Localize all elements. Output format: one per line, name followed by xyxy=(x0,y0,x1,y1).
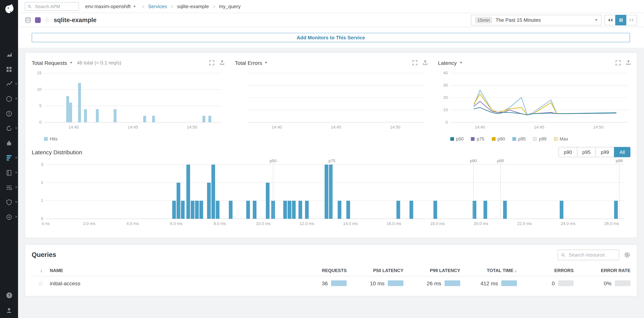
sidebar-item-account[interactable] xyxy=(4,306,14,314)
all-button[interactable]: All xyxy=(614,147,630,157)
total-requests-title[interactable]: Total Requests xyxy=(32,60,67,66)
p95-button[interactable]: p95 xyxy=(577,147,596,157)
playback-controls xyxy=(605,14,637,25)
svg-text:16.0 ms: 16.0 ms xyxy=(386,221,401,226)
latency-distribution-title: Latency Distribution xyxy=(32,149,82,156)
svg-text:p75: p75 xyxy=(328,159,335,163)
col-errors[interactable]: ERRORS xyxy=(517,268,574,273)
export-icon[interactable] xyxy=(626,60,631,66)
datadog-logo[interactable] xyxy=(3,3,15,15)
sidebar-item-metrics[interactable] xyxy=(4,80,14,88)
sort-icon[interactable]: ↓ xyxy=(33,268,50,273)
p99-latency-bar xyxy=(444,280,460,286)
breadcrumb-services-link[interactable]: Services xyxy=(148,3,167,9)
expand-icon[interactable] xyxy=(209,60,214,66)
sidebar-item-dashboards[interactable] xyxy=(4,65,14,73)
export-icon[interactable] xyxy=(219,60,225,66)
apm-search-box[interactable] xyxy=(24,2,79,11)
expand-icon[interactable] xyxy=(412,60,418,66)
svg-text:14.0 ms: 14.0 ms xyxy=(343,221,358,226)
notebooks-icon xyxy=(6,169,12,176)
chevron-down-icon[interactable] xyxy=(265,62,268,64)
col-total-time[interactable]: TOTAL TIME↓ xyxy=(460,268,517,273)
sidebar-item-apm[interactable] xyxy=(4,154,14,162)
sidebar-item-security[interactable] xyxy=(4,198,14,206)
col-requests[interactable]: REQUESTS xyxy=(290,268,347,273)
monitors-banner: Add Monitors to This Service xyxy=(18,27,644,48)
favorite-star-icon[interactable]: ☆ xyxy=(44,17,50,23)
sidebar-item-notebooks[interactable] xyxy=(4,169,14,176)
p90-button[interactable]: p90 xyxy=(558,147,577,157)
svg-text:14:45: 14:45 xyxy=(128,125,138,130)
export-icon[interactable] xyxy=(422,60,428,66)
total-requests-panel: Total Requests 46 total (< 0.1 req/s) xyxy=(32,57,225,141)
env-selector[interactable]: env:maxim-openshift xyxy=(85,3,136,9)
svg-text:15: 15 xyxy=(37,71,42,75)
gear-icon[interactable] xyxy=(624,252,630,258)
sidebar-item-rum[interactable] xyxy=(4,213,14,221)
legend-item-p99[interactable]: p99 xyxy=(533,136,546,141)
sidebar-item-integrations[interactable] xyxy=(4,139,14,147)
sidebar-item-infrastructure[interactable] xyxy=(4,95,14,103)
favorite-star-icon[interactable]: ☆ xyxy=(32,280,50,287)
sidebar-item-synthetics[interactable] xyxy=(4,124,14,132)
submenu-caret-icon xyxy=(16,201,18,203)
col-name[interactable]: NAME xyxy=(50,268,290,273)
total-errors-chart[interactable]: 14:4014:4514:50 xyxy=(235,68,428,134)
error-rate-bar xyxy=(615,280,630,286)
svg-text:30: 30 xyxy=(443,83,448,88)
rewind-button[interactable] xyxy=(604,14,616,25)
latency-distribution-chart[interactable]: 01230 ns2.0 ms4.0 ms6.0 ms8.0 ms10.0 ms1… xyxy=(32,157,631,230)
latency-title[interactable]: Latency xyxy=(438,60,457,66)
rum-target-icon xyxy=(6,214,12,220)
legend-swatch xyxy=(492,137,496,141)
sidebar-item-logs[interactable] xyxy=(4,183,14,191)
legend-item-p75[interactable]: p75 xyxy=(471,136,484,141)
sidebar-item-monitors[interactable] xyxy=(4,110,14,117)
requests-cell: 36 xyxy=(290,280,347,287)
synthetics-icon xyxy=(6,125,12,132)
legend-item-p90[interactable]: p90 xyxy=(492,136,505,141)
pause-button[interactable] xyxy=(615,14,626,25)
breadcrumb-separator: > xyxy=(142,4,144,9)
legend-swatch xyxy=(471,137,475,141)
legend-item-hits[interactable]: Hits xyxy=(44,136,58,141)
time-range-label: The Past 15 Minutes xyxy=(496,17,541,23)
col-p50-latency[interactable]: P50 LATENCY xyxy=(346,268,404,273)
submenu-caret-icon xyxy=(16,127,18,129)
svg-text:4.0 ms: 4.0 ms xyxy=(126,221,139,226)
legend-item-max[interactable]: Max xyxy=(554,136,568,141)
sidebar-item-graphs[interactable] xyxy=(4,50,14,58)
rewind-icon xyxy=(607,17,613,22)
p50-latency-bar xyxy=(388,280,404,286)
time-range-selector[interactable]: 15min The Past 15 Minutes xyxy=(471,14,602,25)
fast-forward-icon xyxy=(629,17,634,22)
resource-search-box[interactable] xyxy=(558,250,620,260)
total-requests-summary: 46 total (< 0.1 req/s) xyxy=(77,60,121,66)
expand-icon[interactable] xyxy=(615,60,621,66)
monitors-icon xyxy=(6,110,12,117)
fast-forward-button[interactable] xyxy=(626,14,637,25)
table-row[interactable]: ☆ initial-access 36 10 ms 26 ms 412 ms xyxy=(32,276,630,290)
latency-chart[interactable]: 01020304014:4014:4514:50 xyxy=(438,68,631,134)
chevron-down-icon[interactable] xyxy=(460,62,462,64)
sidebar-item-help[interactable]: ? xyxy=(4,292,14,299)
total-errors-title[interactable]: Total Errors xyxy=(235,60,262,66)
error-rate-cell: 0% xyxy=(574,280,630,287)
add-monitors-button[interactable]: Add Monitors to This Service xyxy=(32,33,630,42)
legend-item-p95[interactable]: p95 xyxy=(512,136,526,141)
apm-search-input[interactable] xyxy=(34,3,76,9)
top-navigation-bar: env:maxim-openshift > Services > sqlite-… xyxy=(18,0,644,13)
legend-item-p50[interactable]: p50 xyxy=(450,136,464,141)
col-p99-latency[interactable]: P99 LATENCY xyxy=(404,268,460,273)
resource-name[interactable]: initial-access xyxy=(50,280,290,287)
page-title: sqlite-example xyxy=(54,16,96,23)
breadcrumb-service[interactable]: sqlite-example xyxy=(177,3,209,9)
resource-search-input[interactable] xyxy=(568,252,616,258)
total-requests-chart[interactable]: 05101514:4014:4514:50 xyxy=(32,68,225,134)
p99-button[interactable]: p99 xyxy=(596,147,614,157)
chevron-down-icon xyxy=(133,5,136,7)
col-error-rate[interactable]: ERROR RATE xyxy=(574,268,630,273)
chevron-down-icon[interactable] xyxy=(70,62,72,64)
graphs-icon xyxy=(6,51,12,58)
